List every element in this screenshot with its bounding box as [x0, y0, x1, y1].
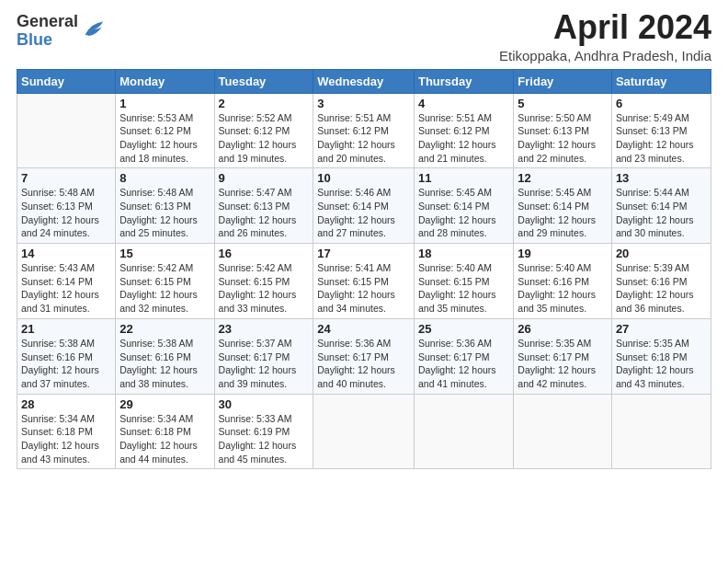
- col-monday: Monday: [116, 69, 214, 93]
- calendar-week-row: 14Sunrise: 5:43 AM Sunset: 6:14 PM Dayli…: [17, 244, 711, 319]
- day-number: 28: [21, 397, 111, 411]
- page: General Blue April 2024 Etikoppaka, Andh…: [0, 0, 728, 563]
- day-number: 25: [418, 322, 509, 336]
- day-info: Sunrise: 5:45 AM Sunset: 6:14 PM Dayligh…: [518, 186, 608, 240]
- day-info: Sunrise: 5:49 AM Sunset: 6:13 PM Dayligh…: [616, 111, 707, 166]
- table-row: 2Sunrise: 5:52 AM Sunset: 6:12 PM Daylig…: [214, 93, 313, 168]
- day-number: 11: [418, 171, 509, 185]
- logo-text: General Blue: [17, 13, 78, 50]
- day-info: Sunrise: 5:42 AM Sunset: 6:15 PM Dayligh…: [219, 261, 310, 316]
- day-info: Sunrise: 5:36 AM Sunset: 6:17 PM Dayligh…: [317, 337, 410, 391]
- day-info: Sunrise: 5:40 AM Sunset: 6:16 PM Dayligh…: [518, 261, 608, 316]
- table-row: 24Sunrise: 5:36 AM Sunset: 6:17 PM Dayli…: [313, 318, 415, 394]
- day-number: 3: [317, 97, 410, 110]
- calendar-week-row: 1Sunrise: 5:53 AM Sunset: 6:12 PM Daylig…: [17, 93, 711, 168]
- table-row: 3Sunrise: 5:51 AM Sunset: 6:12 PM Daylig…: [313, 93, 415, 168]
- day-number: 10: [317, 171, 410, 185]
- day-info: Sunrise: 5:46 AM Sunset: 6:14 PM Dayligh…: [317, 186, 410, 240]
- table-row: 30Sunrise: 5:33 AM Sunset: 6:19 PM Dayli…: [214, 394, 313, 469]
- day-number: 19: [518, 247, 608, 260]
- day-number: 16: [219, 247, 310, 260]
- day-number: 8: [119, 171, 210, 185]
- table-row: 18Sunrise: 5:40 AM Sunset: 6:15 PM Dayli…: [414, 244, 513, 319]
- day-number: 12: [518, 171, 608, 185]
- logo-blue: Blue: [17, 31, 78, 50]
- table-row: [611, 394, 711, 469]
- table-row: [514, 394, 612, 469]
- day-number: 30: [219, 397, 310, 411]
- table-row: [414, 394, 513, 469]
- table-row: 17Sunrise: 5:41 AM Sunset: 6:15 PM Dayli…: [313, 244, 415, 319]
- table-row: [17, 93, 116, 168]
- table-row: 23Sunrise: 5:37 AM Sunset: 6:17 PM Dayli…: [214, 318, 313, 394]
- table-row: 20Sunrise: 5:39 AM Sunset: 6:16 PM Dayli…: [611, 244, 711, 319]
- day-info: Sunrise: 5:39 AM Sunset: 6:16 PM Dayligh…: [616, 261, 707, 316]
- day-info: Sunrise: 5:37 AM Sunset: 6:17 PM Dayligh…: [219, 337, 310, 391]
- table-row: 21Sunrise: 5:38 AM Sunset: 6:16 PM Dayli…: [17, 318, 116, 394]
- table-row: 6Sunrise: 5:49 AM Sunset: 6:13 PM Daylig…: [611, 93, 711, 168]
- table-row: 1Sunrise: 5:53 AM Sunset: 6:12 PM Daylig…: [116, 93, 214, 168]
- day-number: 18: [418, 247, 509, 260]
- col-wednesday: Wednesday: [313, 69, 415, 93]
- calendar-week-row: 21Sunrise: 5:38 AM Sunset: 6:16 PM Dayli…: [17, 318, 711, 394]
- table-row: 11Sunrise: 5:45 AM Sunset: 6:14 PM Dayli…: [414, 168, 513, 244]
- logo: General Blue: [17, 13, 106, 50]
- month-title: April 2024: [499, 9, 711, 46]
- day-number: 13: [616, 171, 707, 185]
- day-info: Sunrise: 5:40 AM Sunset: 6:15 PM Dayligh…: [418, 261, 509, 316]
- day-number: 15: [119, 247, 210, 260]
- day-info: Sunrise: 5:50 AM Sunset: 6:13 PM Dayligh…: [518, 111, 608, 166]
- table-row: 27Sunrise: 5:35 AM Sunset: 6:18 PM Dayli…: [611, 318, 711, 394]
- table-row: 14Sunrise: 5:43 AM Sunset: 6:14 PM Dayli…: [17, 244, 116, 319]
- table-row: 29Sunrise: 5:34 AM Sunset: 6:18 PM Dayli…: [116, 394, 214, 469]
- table-row: 15Sunrise: 5:42 AM Sunset: 6:15 PM Dayli…: [116, 244, 214, 319]
- day-number: 9: [219, 171, 310, 185]
- day-info: Sunrise: 5:52 AM Sunset: 6:12 PM Dayligh…: [219, 111, 310, 166]
- day-number: 21: [21, 322, 111, 336]
- header: General Blue April 2024 Etikoppaka, Andh…: [17, 9, 711, 63]
- day-info: Sunrise: 5:45 AM Sunset: 6:14 PM Dayligh…: [418, 186, 509, 240]
- day-info: Sunrise: 5:53 AM Sunset: 6:12 PM Dayligh…: [119, 111, 210, 166]
- table-row: 4Sunrise: 5:51 AM Sunset: 6:12 PM Daylig…: [414, 93, 513, 168]
- day-number: 17: [317, 247, 410, 260]
- col-thursday: Thursday: [414, 69, 513, 93]
- day-number: 24: [317, 322, 410, 336]
- logo-general: General: [17, 13, 78, 31]
- day-info: Sunrise: 5:36 AM Sunset: 6:17 PM Dayligh…: [418, 337, 509, 391]
- table-row: 19Sunrise: 5:40 AM Sunset: 6:16 PM Dayli…: [514, 244, 612, 319]
- day-number: 20: [616, 247, 707, 260]
- day-number: 1: [119, 97, 210, 110]
- day-number: 27: [616, 322, 707, 336]
- day-number: 6: [616, 97, 707, 110]
- table-row: [313, 394, 415, 469]
- day-info: Sunrise: 5:51 AM Sunset: 6:12 PM Dayligh…: [317, 111, 410, 166]
- day-number: 2: [219, 97, 310, 110]
- day-info: Sunrise: 5:47 AM Sunset: 6:13 PM Dayligh…: [219, 186, 310, 240]
- day-info: Sunrise: 5:48 AM Sunset: 6:13 PM Dayligh…: [21, 186, 111, 240]
- day-info: Sunrise: 5:34 AM Sunset: 6:18 PM Dayligh…: [21, 412, 111, 466]
- calendar-header-row: Sunday Monday Tuesday Wednesday Thursday…: [17, 69, 711, 93]
- day-info: Sunrise: 5:51 AM Sunset: 6:12 PM Dayligh…: [418, 111, 509, 166]
- calendar-table: Sunday Monday Tuesday Wednesday Thursday…: [17, 69, 711, 470]
- day-number: 7: [21, 171, 111, 185]
- table-row: 16Sunrise: 5:42 AM Sunset: 6:15 PM Dayli…: [214, 244, 313, 319]
- day-info: Sunrise: 5:48 AM Sunset: 6:13 PM Dayligh…: [119, 186, 210, 240]
- table-row: 7Sunrise: 5:48 AM Sunset: 6:13 PM Daylig…: [17, 168, 116, 244]
- day-info: Sunrise: 5:33 AM Sunset: 6:19 PM Dayligh…: [219, 412, 310, 466]
- day-info: Sunrise: 5:35 AM Sunset: 6:17 PM Dayligh…: [518, 337, 608, 391]
- col-tuesday: Tuesday: [214, 69, 313, 93]
- col-sunday: Sunday: [17, 69, 116, 93]
- table-row: 8Sunrise: 5:48 AM Sunset: 6:13 PM Daylig…: [116, 168, 214, 244]
- logo-bird-icon: [80, 17, 106, 42]
- title-block: April 2024 Etikoppaka, Andhra Pradesh, I…: [499, 9, 711, 63]
- day-info: Sunrise: 5:44 AM Sunset: 6:14 PM Dayligh…: [616, 186, 707, 240]
- day-number: 14: [21, 247, 111, 260]
- table-row: 9Sunrise: 5:47 AM Sunset: 6:13 PM Daylig…: [214, 168, 313, 244]
- day-info: Sunrise: 5:38 AM Sunset: 6:16 PM Dayligh…: [21, 337, 111, 391]
- day-info: Sunrise: 5:38 AM Sunset: 6:16 PM Dayligh…: [119, 337, 210, 391]
- day-number: 4: [418, 97, 509, 110]
- table-row: 28Sunrise: 5:34 AM Sunset: 6:18 PM Dayli…: [17, 394, 116, 469]
- col-friday: Friday: [514, 69, 612, 93]
- table-row: 5Sunrise: 5:50 AM Sunset: 6:13 PM Daylig…: [514, 93, 612, 168]
- calendar-week-row: 28Sunrise: 5:34 AM Sunset: 6:18 PM Dayli…: [17, 394, 711, 469]
